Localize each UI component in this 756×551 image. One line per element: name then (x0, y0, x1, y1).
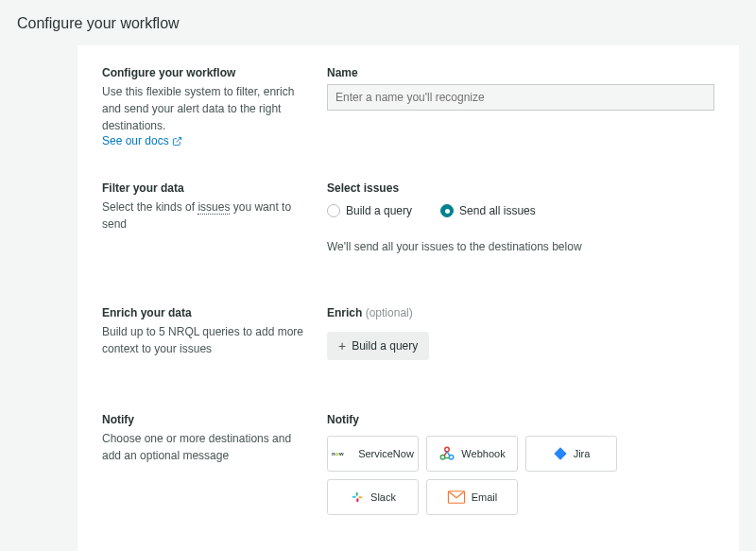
jira-icon (553, 446, 568, 461)
svg-rect-10 (356, 498, 358, 502)
issues-radio-group: Build a query Send all issues (327, 204, 714, 217)
build-query-button[interactable]: + Build a query (327, 332, 429, 360)
webhook-icon (438, 445, 455, 462)
destination-slack[interactable]: Slack (327, 479, 419, 515)
filter-hint: We'll send all your issues to the destin… (327, 240, 714, 253)
svg-text:o: o (335, 451, 339, 456)
svg-text:n: n (332, 451, 335, 456)
radio-build-label: Build a query (346, 204, 412, 217)
enrich-optional: (optional) (366, 306, 413, 319)
name-label: Name (327, 66, 714, 79)
svg-point-6 (445, 447, 450, 452)
issues-term: issues (198, 200, 230, 215)
destination-servicenow[interactable]: now ServiceNow (327, 436, 419, 472)
radio-build-query[interactable]: Build a query (327, 204, 412, 217)
svg-text:w: w (338, 451, 344, 456)
destination-webhook[interactable]: Webhook (426, 436, 518, 472)
filter-heading: Filter your data (102, 181, 308, 195)
radio-circle-icon (327, 204, 340, 217)
filter-desc: Select the kinds of issues you want to s… (102, 198, 308, 232)
enrich-desc: Build up to 5 NRQL queries to add more c… (102, 323, 308, 357)
build-query-label: Build a query (352, 339, 418, 353)
page-title: Configure your workflow (0, 0, 756, 45)
servicenow-icon: now (332, 448, 352, 459)
configure-desc: Use this flexible system to filter, enri… (102, 83, 308, 134)
see-docs-link[interactable]: See our docs (102, 134, 182, 147)
select-issues-label: Select issues (327, 181, 714, 195)
destination-email-label: Email (472, 491, 498, 503)
enrich-label: Enrich (optional) (327, 306, 714, 319)
radio-send-all-label: Send all issues (459, 204, 536, 217)
notify-desc: Choose one or more destinations and add … (102, 430, 308, 464)
svg-rect-8 (356, 492, 358, 496)
destination-email[interactable]: Email (426, 479, 518, 515)
svg-line-0 (176, 137, 180, 142)
plus-icon: + (338, 339, 346, 353)
svg-rect-7 (352, 496, 356, 498)
external-link-icon (172, 136, 182, 146)
destination-jira-label: Jira (574, 448, 591, 459)
radio-send-all[interactable]: Send all issues (440, 204, 536, 217)
destination-slack-label: Slack (370, 491, 396, 503)
enrich-heading: Enrich your data (102, 306, 308, 319)
notify-heading: Notify (102, 413, 308, 426)
svg-rect-9 (358, 496, 362, 498)
slack-icon (350, 490, 365, 505)
radio-circle-selected-icon (440, 204, 454, 217)
configure-heading: Configure your workflow (102, 66, 308, 79)
workflow-panel: Configure your workflow Use this flexibl… (77, 45, 739, 551)
notify-label: Notify (327, 413, 714, 426)
destination-jira[interactable]: Jira (525, 436, 617, 472)
email-icon (447, 491, 466, 504)
destination-webhook-label: Webhook (461, 448, 505, 459)
see-docs-text: See our docs (102, 134, 169, 147)
destination-servicenow-label: ServiceNow (358, 448, 414, 459)
workflow-name-input[interactable] (327, 84, 714, 111)
